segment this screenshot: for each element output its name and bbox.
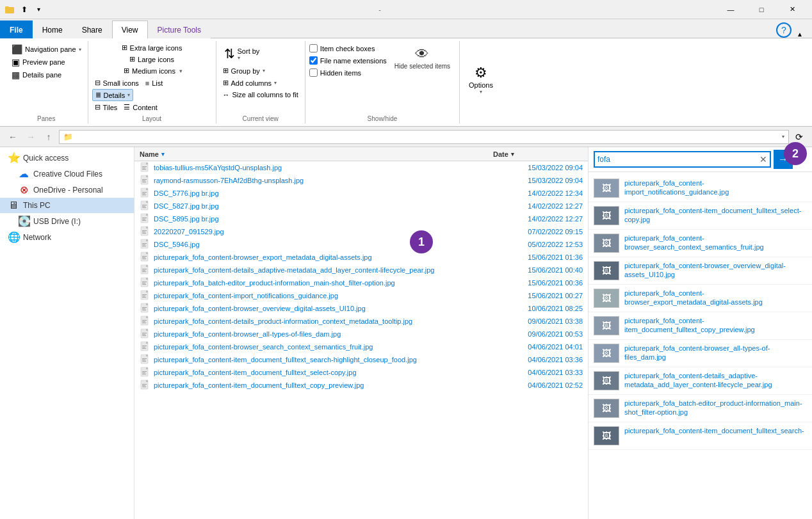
quick-access-label: Quick access bbox=[23, 154, 69, 163]
quick-access-icon: ⬆ bbox=[19, 4, 29, 15]
hidden-items-checkbox[interactable] bbox=[309, 68, 318, 77]
table-row[interactable]: DSC_5776.jpg br.jpg 14/02/2022 12:34 bbox=[134, 187, 588, 200]
address-bar[interactable]: 📁 ▾ bbox=[59, 130, 789, 144]
svg-rect-64 bbox=[142, 320, 147, 321]
tab-view[interactable]: View bbox=[112, 20, 148, 38]
large-icons-button[interactable]: ⊞ Large icons bbox=[127, 54, 177, 65]
search-input-container[interactable]: ✕ bbox=[594, 151, 771, 168]
sidebar-item-network[interactable]: 🌐 Network bbox=[0, 229, 134, 245]
file-icon bbox=[140, 341, 151, 353]
sidebar-item-this-pc[interactable]: 🖥 This PC bbox=[0, 198, 134, 213]
details-label: Details bbox=[104, 92, 126, 99]
search-result-item[interactable]: 🖼 picturepark_fofa_content-browser_searc… bbox=[589, 230, 812, 257]
layout-dropdown-icon[interactable]: ▾ bbox=[179, 68, 183, 74]
search-thumb: 🖼 bbox=[594, 426, 619, 445]
tab-home[interactable]: Home bbox=[33, 20, 72, 38]
content-button[interactable]: ☰ Content bbox=[121, 102, 160, 113]
search-result-item[interactable]: 🖼 picturepark_fofa_content-import_notifi… bbox=[589, 175, 812, 202]
this-pc-label: This PC bbox=[23, 201, 51, 210]
add-columns-button[interactable]: ⊞ Add columns ▾ bbox=[220, 77, 280, 88]
search-result-item[interactable]: 🖼 picturepark_fofa_content-details_adapt… bbox=[589, 367, 812, 395]
navigation-pane-button[interactable]: ⬛ Navigation pane ▾ bbox=[9, 44, 84, 55]
search-input[interactable] bbox=[597, 155, 759, 164]
small-icons-button[interactable]: ⊟ Small icons bbox=[92, 77, 142, 88]
table-row[interactable]: picturepark_fofa_content-item_document_f… bbox=[134, 353, 588, 366]
item-checkboxes-checkbox[interactable] bbox=[309, 44, 318, 52]
search-clear-button[interactable]: ✕ bbox=[759, 154, 767, 164]
item-checkboxes-row[interactable]: Item check boxes bbox=[309, 44, 387, 53]
table-row[interactable]: picturepark_fofa_content-item_document_f… bbox=[134, 379, 588, 392]
table-row[interactable]: picturepark_fofa_content-details_product… bbox=[134, 315, 588, 328]
table-row[interactable]: raymond-rasmusson-7EhAf2dBthg-unsplash.j… bbox=[134, 174, 588, 187]
search-result-item[interactable]: 🖼 picturepark_fofa_content-browser_overv… bbox=[589, 257, 812, 285]
table-row[interactable]: DSC_5946.jpg 05/02/2022 12:53 bbox=[134, 238, 588, 251]
table-row[interactable]: 20220207_091529.jpg 07/02/2022 09:15 bbox=[134, 225, 588, 238]
search-result-item[interactable]: 🖼 picturepark_fofa_content-item_document… bbox=[589, 422, 812, 450]
sidebar-item-creative-cloud[interactable]: ☁ Creative Cloud Files bbox=[0, 166, 134, 182]
medium-icon: ⊞ bbox=[124, 67, 129, 75]
search-result-item[interactable]: 🖼 picturepark_fofa_content-browser_all-t… bbox=[589, 340, 812, 367]
table-row[interactable]: picturepark_fofa_content-browser_all-typ… bbox=[134, 328, 588, 340]
tab-share[interactable]: Share bbox=[72, 20, 112, 38]
size-all-button[interactable]: ↔ Size all columns to fit bbox=[220, 90, 301, 100]
close-button[interactable]: ✕ bbox=[777, 0, 807, 19]
svg-rect-28 bbox=[146, 227, 148, 228]
minimize-button[interactable]: — bbox=[716, 0, 745, 19]
up-button[interactable]: ↑ bbox=[41, 129, 56, 145]
table-row[interactable]: picturepark_fofa_content-item_document_f… bbox=[134, 366, 588, 379]
maximize-button[interactable]: □ bbox=[747, 0, 776, 19]
details-pane-button[interactable]: ▦ Details pane bbox=[9, 69, 64, 81]
details-button[interactable]: ≣ Details ▾ bbox=[92, 89, 134, 101]
sort-by-button[interactable]: ⇅ Sort by ▾ bbox=[220, 44, 264, 64]
panes-group-label: Panes bbox=[9, 114, 84, 124]
show-hide-label: Show/hide bbox=[309, 114, 455, 124]
address-dropdown-icon[interactable]: ▾ bbox=[782, 134, 784, 140]
list-button[interactable]: ≡ List bbox=[143, 78, 166, 88]
svg-rect-35 bbox=[142, 244, 145, 245]
preview-pane-button[interactable]: ▣ Preview pane bbox=[9, 56, 68, 68]
search-result-item[interactable]: 🖼 picturepark_fofa_batch-editor_product-… bbox=[589, 395, 812, 422]
file-extensions-checkbox[interactable] bbox=[309, 56, 318, 65]
sidebar-item-quick-access[interactable]: ⭐ Quick access bbox=[0, 150, 134, 166]
search-results: 🖼 picturepark_fofa_content-import_notifi… bbox=[589, 172, 812, 519]
column-name-header[interactable]: Name ▾ bbox=[140, 150, 493, 158]
svg-rect-4 bbox=[142, 166, 147, 167]
table-row[interactable]: tobias-tullius-ms5KaYqstdQ-unsplash.jpg … bbox=[134, 161, 588, 174]
sidebar-item-usb-drive[interactable]: 💽 USB Drive (I:) bbox=[0, 213, 134, 229]
add-columns-label: Add columns bbox=[231, 79, 272, 87]
search-result-item[interactable]: 🖼 picturepark_fofa_content-item_document… bbox=[589, 202, 812, 230]
search-result-name: picturepark_fofa_content-import_notifica… bbox=[624, 179, 807, 197]
badge-one: 1 bbox=[410, 230, 433, 253]
tiles-button[interactable]: ⊟ Tiles bbox=[92, 102, 120, 113]
forward-button[interactable]: → bbox=[23, 129, 38, 145]
medium-icons-button[interactable]: ⊞ Medium icons bbox=[121, 65, 178, 76]
table-row[interactable]: picturepark_fofa_content-import_notifica… bbox=[134, 289, 588, 302]
file-extensions-row[interactable]: File name extensions bbox=[309, 56, 387, 65]
column-date-header[interactable]: Date ▾ bbox=[493, 150, 583, 158]
extra-large-icons-button[interactable]: ⊞ Extra large icons bbox=[119, 42, 185, 53]
table-row[interactable]: picturepark_fofa_batch-editor_product-in… bbox=[134, 276, 588, 289]
tab-picture-tools[interactable]: Picture Tools bbox=[148, 20, 211, 38]
search-result-item[interactable]: 🖼 picturepark_fofa_content-browser_expor… bbox=[589, 285, 812, 312]
table-row[interactable]: picturepark_fofa_content-details_adaptiv… bbox=[134, 264, 588, 276]
search-result-item[interactable]: 🖼 picturepark_fofa_content-item_document… bbox=[589, 312, 812, 340]
sidebar-item-onedrive[interactable]: ⊗ OneDrive - Personal bbox=[0, 182, 134, 198]
tab-file[interactable]: File bbox=[0, 20, 33, 38]
table-row[interactable]: picturepark_fofa_content-browser_search_… bbox=[134, 340, 588, 353]
group-by-button[interactable]: ⊞ Group by ▾ bbox=[220, 65, 268, 76]
ribbon-collapse-icon[interactable]: ▲ bbox=[797, 31, 803, 38]
svg-rect-43 bbox=[146, 265, 148, 267]
size-all-label: Size all columns to fit bbox=[232, 91, 298, 99]
help-button[interactable]: ? bbox=[776, 22, 792, 38]
back-button[interactable]: ← bbox=[5, 129, 20, 145]
title-path: - bbox=[44, 6, 716, 13]
options-button[interactable]: ⚙ Options ▾ bbox=[464, 62, 498, 97]
table-row[interactable]: picturepark_fofa_content-browser_overvie… bbox=[134, 302, 588, 315]
hidden-items-row[interactable]: Hidden items bbox=[309, 68, 387, 77]
extra-large-icon: ⊞ bbox=[122, 44, 127, 52]
col-name-sort-icon: ▾ bbox=[161, 151, 165, 157]
table-row[interactable]: DSC_5827.jpg br.jpg 14/02/2022 12:27 bbox=[134, 200, 588, 212]
hide-selected-items-button[interactable]: 👁 Hide selected items bbox=[389, 44, 455, 73]
table-row[interactable]: DSC_5895.jpg br.jpg 14/02/2022 12:27 bbox=[134, 212, 588, 225]
table-row[interactable]: picturepark_fofa_content-browser_export_… bbox=[134, 251, 588, 264]
